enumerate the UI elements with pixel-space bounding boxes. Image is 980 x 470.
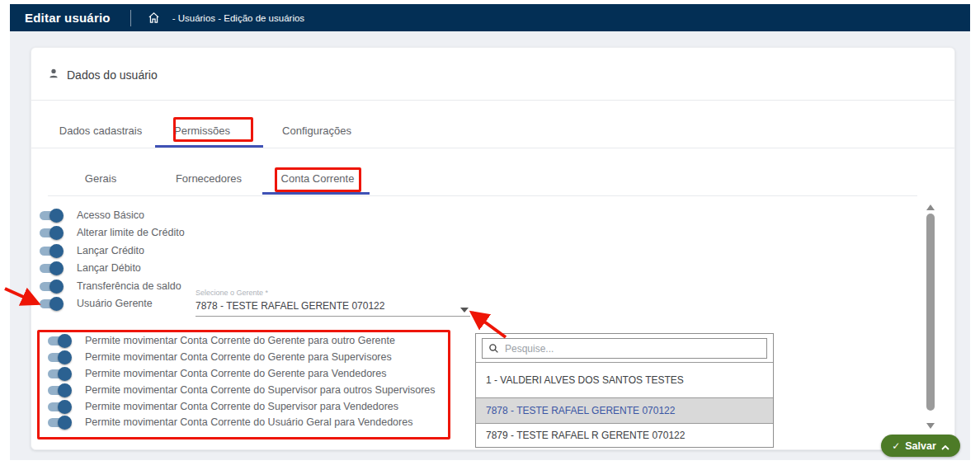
scrollbar-up-arrow[interactable] [926,204,935,210]
toggle-supervisor-para-vendedores[interactable] [48,402,70,411]
toggle-knob [49,226,64,240]
section-title: Dados do usuário [67,68,158,82]
toggle-label: Usuário Gerente [77,298,153,309]
page-title: Editar usuário [25,11,111,25]
toggle-knob [49,261,64,275]
check-icon: ✓ [892,440,900,452]
toggle-label: Lançar Débito [77,262,141,274]
toggle-row: Permite movimentar Conta Corrente do Ger… [48,349,392,365]
toggle-usuario-geral-para-vendedores[interactable] [48,418,70,427]
toggle-usuario-gerente[interactable] [40,299,62,308]
chevron-down-icon[interactable] [460,308,469,313]
toggle-row: Acesso Básico [40,207,144,223]
chevron-up-icon [941,439,949,454]
toggle-label: Acesso Básico [77,209,144,221]
toggle-label: Permite movimentar Conta Corrente do Ger… [85,335,395,346]
scrollbar-down-arrow[interactable] [926,423,935,429]
active-subtab-indicator [262,192,370,195]
toggle-label: Permite movimentar Conta Corrente do Sup… [85,384,436,396]
toggle-lancar-debito[interactable] [40,264,62,273]
tabs-divider [31,148,954,148]
toggle-label: Permite movimentar Conta Corrente do Sup… [85,401,398,412]
toggle-gerente-para-vendedores[interactable] [48,369,70,378]
scrollbar-thumb[interactable] [926,214,935,411]
dropdown-option[interactable]: 1 - VALDERI ALVES DOS SANTOS TESTES [476,362,773,397]
toggle-knob [49,297,64,311]
save-button-label: Salvar [905,440,936,452]
toggle-row: Lançar Débito [40,260,141,276]
toggle-row: Usuário Gerente [40,295,153,312]
toggle-knob [49,244,64,258]
toggle-row: Lançar Crédito [40,242,144,259]
toggle-knob [58,350,72,364]
toggle-knob [49,280,64,294]
subtabs-divider [48,195,917,196]
home-icon[interactable] [148,12,160,24]
toggle-label: Permite movimentar Conta Corrente do Ger… [85,368,386,379]
toggle-knob [58,400,72,414]
toggle-row: Permite movimentar Conta Corrente do Sup… [48,398,398,415]
toggle-row: Transferência de saldo [40,278,181,294]
toggle-alterar-limite-credito[interactable] [40,228,62,237]
save-button[interactable]: ✓ Salvar [881,435,960,457]
section-divider [31,100,954,101]
toggle-acesso-basico[interactable] [40,211,62,220]
header-divider [130,10,131,26]
toggle-knob [58,367,72,381]
person-icon [48,68,59,82]
manager-dropdown-panel: Pesquise... 1 - VALDERI ALVES DOS SANTOS… [475,333,774,448]
search-icon [488,343,499,354]
toggle-knob [49,209,64,223]
toggle-transferencia-saldo[interactable] [40,282,62,291]
tab-permissoes[interactable]: Permissões [174,125,230,137]
tab-configuracoes[interactable]: Configurações [282,125,351,137]
dropdown-search-input[interactable]: Pesquise... [482,338,767,359]
manager-select-underline [196,316,470,317]
toggle-row: Permite movimentar Conta Corrente do Sup… [48,382,436,398]
tab-dados-cadastrais[interactable]: Dados cadastrais [59,125,142,137]
section-header: Dados do usuário [48,68,158,82]
dropdown-option-selected[interactable]: 7878 - TESTE RAFAEL GERENTE 070122 [476,397,773,423]
toggle-label: Lançar Crédito [77,245,144,256]
toggle-row: Permite movimentar Conta Corrente do Ger… [48,365,386,382]
edit-user-page: Editar usuário - Usuários - Edição de us… [0,0,980,470]
toggle-knob [58,383,72,397]
toggle-row: Permite movimentar Conta Corrente do Ger… [48,332,395,349]
breadcrumb: - Usuários - Edição de usuários [172,13,304,23]
toggle-label: Transferência de saldo [77,280,181,292]
toggle-label: Alterar limite de Crédito [77,227,185,238]
toggle-row: Permite movimentar Conta Corrente do Usu… [48,414,412,430]
dropdown-option[interactable]: 7879 - TESTE RAFAEL R GERENTE 070122 [476,423,773,447]
toggle-lancar-credito[interactable] [40,247,62,256]
toggle-gerente-para-supervisores[interactable] [48,353,70,362]
top-header-bar: Editar usuário - Usuários - Edição de us… [10,4,970,31]
manager-select-label: Selecione o Gerente * [196,289,268,297]
subtab-conta-corrente[interactable]: Conta Corrente [281,172,355,185]
search-placeholder: Pesquise... [505,343,554,355]
dropdown-options: 1 - VALDERI ALVES DOS SANTOS TESTES 7878… [476,362,773,447]
toggle-supervisor-para-supervisores[interactable] [48,386,70,395]
toggle-label: Permite movimentar Conta Corrente do Ger… [85,351,392,363]
toggle-label: Permite movimentar Conta Corrente do Usu… [85,416,412,428]
subtab-gerais[interactable]: Gerais [85,172,116,185]
toggle-knob [58,334,72,348]
toggle-row: Alterar limite de Crédito [40,224,185,241]
subtab-fornecedores[interactable]: Fornecedores [176,172,242,185]
toggle-gerente-para-gerente[interactable] [48,336,70,345]
manager-select[interactable]: 7878 - TESTE RAFAEL GERENTE 070122 [196,300,384,312]
toggle-knob [58,416,72,430]
